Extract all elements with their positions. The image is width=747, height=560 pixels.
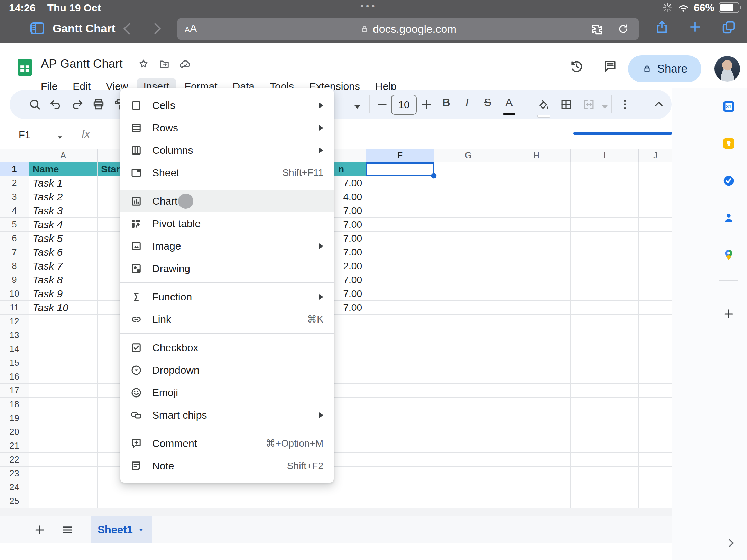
cell-r24c4[interactable] <box>234 480 303 494</box>
merge-cells-icon[interactable] <box>582 98 596 111</box>
name-box[interactable]: F1 <box>19 129 30 141</box>
cell-r24c3[interactable] <box>166 480 234 494</box>
cell-r14c1[interactable] <box>29 342 98 356</box>
selected-cell-F1[interactable] <box>366 162 434 176</box>
row-header-16[interactable]: 16 <box>0 370 29 384</box>
cell-r1c9[interactable] <box>571 162 639 176</box>
cell-r25c10[interactable] <box>639 494 672 508</box>
cell-r9c7[interactable] <box>434 273 502 287</box>
cell-r5c1[interactable]: Task 4 <box>29 218 98 232</box>
cell-r14c9[interactable] <box>571 342 639 356</box>
row-header-22[interactable]: 22 <box>0 453 29 467</box>
cell-r23c8[interactable] <box>502 467 571 480</box>
more-toolbar-icon[interactable] <box>618 98 631 111</box>
cell-r23c6[interactable] <box>366 467 434 480</box>
document-title[interactable]: AP Gantt Chart <box>41 57 123 71</box>
insert-menu-item-smart-chips[interactable]: Smart chips <box>120 404 334 426</box>
text-color-button[interactable]: A <box>502 96 516 109</box>
column-header-I[interactable]: I <box>571 149 639 162</box>
cell-r24c5[interactable] <box>303 480 366 494</box>
insert-menu-item-link[interactable]: Link⌘K <box>120 308 334 330</box>
cell-r9c1[interactable]: Task 8 <box>29 273 98 287</box>
cell-r5c8[interactable] <box>502 218 571 232</box>
cell-r19c6[interactable] <box>366 411 434 425</box>
cell-r2c6[interactable] <box>366 176 434 190</box>
cell-r20c7[interactable] <box>434 425 502 439</box>
cell-r18c1[interactable] <box>29 398 98 411</box>
row-header-18[interactable]: 18 <box>0 398 29 411</box>
row-header-25[interactable]: 25 <box>0 494 29 508</box>
cell-r17c6[interactable] <box>366 384 434 398</box>
row-header-11[interactable]: 11 <box>0 301 29 315</box>
cell-r4c6[interactable] <box>366 204 434 218</box>
cell-r3c10[interactable] <box>639 190 672 204</box>
cell-r20c9[interactable] <box>571 425 639 439</box>
cell-r21c10[interactable] <box>639 439 672 453</box>
column-header-J[interactable]: J <box>639 149 672 162</box>
cell-r25c3[interactable] <box>166 494 234 508</box>
cell-r1c7[interactable] <box>434 162 502 176</box>
insert-menu-item-image[interactable]: Image <box>120 235 334 257</box>
cell-r21c7[interactable] <box>434 439 502 453</box>
cell-r8c9[interactable] <box>571 259 639 273</box>
account-avatar[interactable] <box>714 56 740 82</box>
row-header-23[interactable]: 23 <box>0 467 29 480</box>
cell-r23c1[interactable] <box>29 467 98 480</box>
insert-menu-item-sheet[interactable]: SheetShift+F11 <box>120 161 334 184</box>
row-header-7[interactable]: 7 <box>0 245 29 259</box>
cell-r7c7[interactable] <box>434 245 502 259</box>
address-bar[interactable]: AA docs.google.com <box>177 18 639 40</box>
cell-r24c6[interactable] <box>366 480 434 494</box>
insert-menu-item-pivot-table[interactable]: Pivot table <box>120 212 334 235</box>
maps-app-icon[interactable] <box>722 248 735 261</box>
cell-r15c1[interactable] <box>29 356 98 370</box>
collapse-toolbar-icon[interactable] <box>652 98 665 111</box>
insert-menu-item-chart[interactable]: Chart <box>120 190 334 212</box>
column-header-G[interactable]: G <box>434 149 502 162</box>
share-button[interactable]: Share <box>628 55 701 82</box>
cell-r2c1[interactable]: Task 1 <box>29 176 98 190</box>
forward-button[interactable] <box>149 21 165 37</box>
cell-r25c6[interactable] <box>366 494 434 508</box>
cell-r13c7[interactable] <box>434 328 502 342</box>
cell-r22c7[interactable] <box>434 453 502 467</box>
cell-r16c9[interactable] <box>571 370 639 384</box>
cell-r9c9[interactable] <box>571 273 639 287</box>
cell-r13c9[interactable] <box>571 328 639 342</box>
cell-r19c1[interactable] <box>29 411 98 425</box>
font-size-field[interactable]: 10 <box>391 95 417 115</box>
move-to-folder-icon[interactable] <box>158 58 170 70</box>
row-header-24[interactable]: 24 <box>0 480 29 494</box>
name-box-dropdown-icon[interactable] <box>55 133 64 142</box>
back-button[interactable] <box>120 21 136 37</box>
cell-r16c8[interactable] <box>502 370 571 384</box>
cell-r12c7[interactable] <box>434 315 502 328</box>
cell-r7c6[interactable] <box>366 245 434 259</box>
cell-r22c10[interactable] <box>639 453 672 467</box>
column-header-H[interactable]: H <box>502 149 571 162</box>
cell-r20c6[interactable] <box>366 425 434 439</box>
cell-r21c6[interactable] <box>366 439 434 453</box>
insert-menu-item-note[interactable]: NoteShift+F2 <box>120 455 334 477</box>
cell-r15c9[interactable] <box>571 356 639 370</box>
cell-r3c6[interactable] <box>366 190 434 204</box>
fill-handle[interactable] <box>431 173 436 178</box>
new-tab-icon[interactable] <box>688 19 703 35</box>
cell-r10c6[interactable] <box>366 287 434 301</box>
cell-r24c7[interactable] <box>434 480 502 494</box>
cell-r8c10[interactable] <box>639 259 672 273</box>
cell-r24c8[interactable] <box>502 480 571 494</box>
cell-r17c9[interactable] <box>571 384 639 398</box>
cell-r10c7[interactable] <box>434 287 502 301</box>
cell-r25c9[interactable] <box>571 494 639 508</box>
cell-r1c8[interactable] <box>502 162 571 176</box>
cell-r9c8[interactable] <box>502 273 571 287</box>
cell-r21c8[interactable] <box>502 439 571 453</box>
insert-menu-item-columns[interactable]: Columns <box>120 139 334 161</box>
cell-r10c1[interactable]: Task 9 <box>29 287 98 301</box>
cell-r6c6[interactable] <box>366 232 434 245</box>
cell-r8c1[interactable]: Task 7 <box>29 259 98 273</box>
row-header-12[interactable]: 12 <box>0 315 29 328</box>
cell-r25c1[interactable] <box>29 494 98 508</box>
cell-r12c9[interactable] <box>571 315 639 328</box>
